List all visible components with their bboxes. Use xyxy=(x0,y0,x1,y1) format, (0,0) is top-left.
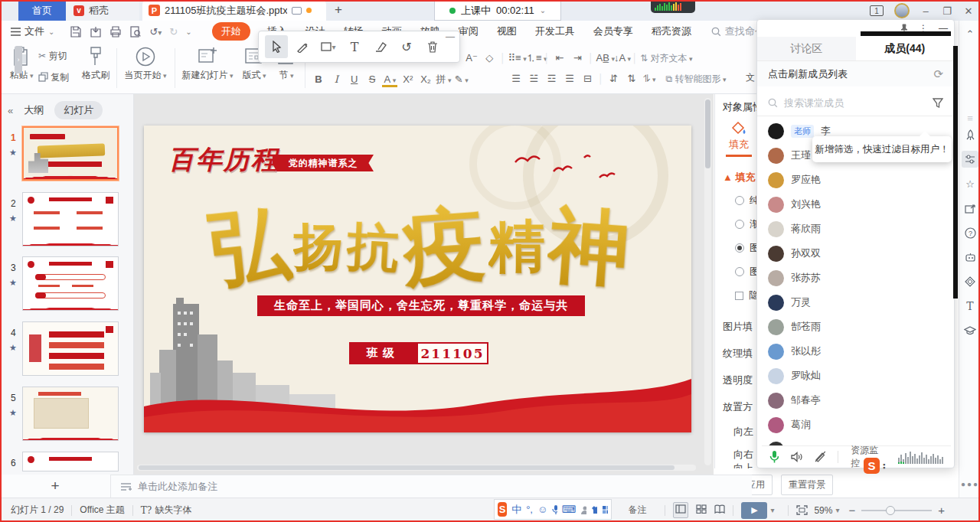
align-text-button[interactable]: ⇅ 对齐文本 xyxy=(640,53,692,64)
slide-series-banner[interactable]: 党的精神谱系之 xyxy=(273,155,374,171)
decrease-indent-button[interactable]: ⇤ xyxy=(552,52,567,64)
ime-language-toggle[interactable]: 中 xyxy=(511,503,521,517)
redo-button[interactable]: ↻ xyxy=(169,26,178,38)
collapse-rail-icon[interactable]: ⌃ xyxy=(962,25,978,42)
text-tool[interactable]: T xyxy=(343,35,366,58)
undo-button[interactable]: ↺▾ xyxy=(149,26,162,38)
help-icon[interactable]: ? xyxy=(962,224,978,241)
member-row[interactable]: 罗应艳 xyxy=(768,170,936,190)
ribbon-tab-devtools[interactable]: 开发工具 xyxy=(526,24,584,38)
member-list[interactable]: 老师 李 王瑾 罗应艳 刘兴艳 蒋欣雨 孙双双 张苏苏 万灵 郜苍雨 张以彤 罗… xyxy=(757,116,954,445)
zoom-slider-handle[interactable] xyxy=(886,506,895,515)
clear-annotation-tool[interactable] xyxy=(421,35,444,58)
sogou-logo-icon[interactable]: S xyxy=(498,502,507,517)
member-search[interactable]: 搜索课堂成员 xyxy=(757,90,954,116)
fill-tab[interactable]: 填充 xyxy=(726,120,752,157)
filter-funnel-icon[interactable] xyxy=(933,98,943,108)
ribbon-tab-view[interactable]: 视图 xyxy=(488,24,526,38)
microphone-icon[interactable] xyxy=(769,450,779,463)
font-color-button[interactable]: A xyxy=(382,73,397,87)
slide-thumbnail-3[interactable] xyxy=(22,256,119,311)
smart-graphic-button[interactable]: ⧉ 转智能图形 xyxy=(666,73,727,84)
theme-name[interactable]: Office 主题 xyxy=(80,504,124,517)
vertical-scrollbar[interactable] xyxy=(704,98,711,465)
undo-annotation-tool[interactable]: ↺ xyxy=(395,35,418,58)
rocket-quick-tools-icon[interactable] xyxy=(962,126,978,143)
print-icon[interactable] xyxy=(109,26,122,38)
notes-bar[interactable]: 单击此处添加备注 xyxy=(111,475,752,498)
tab-docer[interactable]: v 稻壳 xyxy=(66,0,139,21)
pen-tool[interactable] xyxy=(291,35,314,58)
line-spacing-down-button[interactable]: ⇅ xyxy=(624,73,639,84)
tab-home[interactable]: 首页 xyxy=(18,0,66,21)
export-icon[interactable] xyxy=(90,26,102,38)
copy-button[interactable]: 复制 xyxy=(38,71,69,84)
numbering-button[interactable]: ⒈≡ xyxy=(526,51,541,65)
strikethrough-button[interactable]: S xyxy=(364,73,380,85)
notes-toggle-button[interactable]: 备注 xyxy=(628,504,646,517)
zoom-percent[interactable]: 59% xyxy=(814,505,832,516)
training-cap-icon[interactable] xyxy=(962,322,978,339)
slide-main-title[interactable]: 弘 扬 抗 疫 精 神 xyxy=(190,191,649,303)
italic-button[interactable]: I xyxy=(328,73,344,85)
scroll-thumb[interactable] xyxy=(705,100,710,168)
zoom-in-button[interactable]: + xyxy=(938,504,945,517)
favorites-star-icon[interactable]: ☆ xyxy=(962,175,978,192)
panel-expander-handle[interactable]: › xyxy=(15,46,22,73)
align-left-button[interactable]: ☰ xyxy=(508,73,524,84)
bullets-button[interactable]: ⠿≡ xyxy=(508,52,524,64)
tab-slides[interactable]: 幻灯片 xyxy=(54,101,103,119)
editing-canvas[interactable]: 百年历程 党的精神谱系之 弘 扬 抗 疫 精 神 生命至上，举国同心，舍生忘死，… xyxy=(134,94,714,475)
tab-members[interactable]: 成员(44) xyxy=(856,37,955,60)
select-cursor-tool[interactable] xyxy=(265,35,288,58)
slide-thumbnail-2[interactable] xyxy=(22,192,119,246)
member-row[interactable]: 罗咏灿 xyxy=(768,366,936,386)
fill-section-header[interactable]: ▲ 填充 xyxy=(723,171,755,184)
play-options-chevron-icon[interactable]: ▾ xyxy=(770,506,774,514)
member-row[interactable]: 郜苍雨 xyxy=(768,317,936,337)
member-row[interactable]: 刘兴艳 xyxy=(768,194,936,214)
zoom-chevron-icon[interactable]: ▾ xyxy=(835,506,839,514)
slide-thumbnail-5[interactable] xyxy=(22,387,119,441)
zoom-slider[interactable] xyxy=(861,510,932,511)
bold-button[interactable]: B xyxy=(311,73,326,85)
rail-more-options-icon[interactable]: ●●● xyxy=(961,480,979,488)
animation-star-icon[interactable]: ★ xyxy=(9,278,17,288)
text-tool-partial[interactable]: 文 xyxy=(746,71,755,84)
reading-view-button[interactable] xyxy=(714,504,725,516)
eraser-tool[interactable] xyxy=(369,35,392,58)
ime-toolbox-icon[interactable] xyxy=(602,505,608,514)
add-slide-button[interactable]: + xyxy=(0,475,111,498)
subscript-button[interactable]: X₂ xyxy=(418,73,433,85)
ribbon-tab-membership[interactable]: 会员专享 xyxy=(584,24,642,38)
ime-emoji-button[interactable]: ☺ xyxy=(537,504,547,515)
text-tool-rail-icon[interactable]: T xyxy=(962,298,978,315)
collapse-ribbon-icon[interactable]: ⌄ xyxy=(185,28,191,36)
assistant-robot-icon[interactable] xyxy=(962,249,978,266)
member-row[interactable]: 葛润 xyxy=(768,415,936,435)
member-row[interactable]: 邹春亭 xyxy=(768,390,936,410)
collapse-panel-button[interactable]: « xyxy=(8,105,13,116)
class-session-timer[interactable]: 上课中 00:02:11 ⌄ xyxy=(434,0,561,21)
ribbon-tab-docer-resources[interactable]: 稻壳资源 xyxy=(642,24,701,38)
object-properties-rail-icon[interactable] xyxy=(962,151,978,168)
restore-button[interactable]: ❐ xyxy=(942,5,952,17)
sogou-ime-badge[interactable]: S ▪▪ xyxy=(864,458,885,474)
window-count-icon[interactable]: 1 xyxy=(870,5,884,16)
animation-star-icon[interactable]: ★ xyxy=(9,214,17,223)
ime-profile-icon[interactable] xyxy=(580,505,586,514)
play-from-current-button[interactable]: 当页开始 xyxy=(121,47,170,82)
ime-keyboard-icon[interactable]: ⌨ xyxy=(562,504,577,515)
ime-mic-icon[interactable] xyxy=(552,504,557,515)
minimize-toolbar-button[interactable]: — xyxy=(446,31,455,42)
tab-discussion[interactable]: 讨论区 xyxy=(757,37,856,60)
horizontal-scrollbar[interactable] xyxy=(137,465,696,471)
character-spacing-button[interactable]: AB̲ xyxy=(596,52,612,64)
slide-1-canvas[interactable]: 百年历程 党的精神谱系之 弘 扬 抗 疫 精 神 生命至上，举国同心，舍生忘死，… xyxy=(144,126,691,432)
refresh-member-list[interactable]: 点击刷新成员列表 ⟳ xyxy=(757,61,954,86)
close-button[interactable]: ✕ xyxy=(963,5,974,17)
phonetic-guide-button[interactable]: 拼 xyxy=(436,73,451,86)
save-icon[interactable] xyxy=(70,26,82,38)
file-menu[interactable]: 文件 ⌄ xyxy=(0,24,62,38)
minimize-button[interactable]: – xyxy=(920,5,931,17)
